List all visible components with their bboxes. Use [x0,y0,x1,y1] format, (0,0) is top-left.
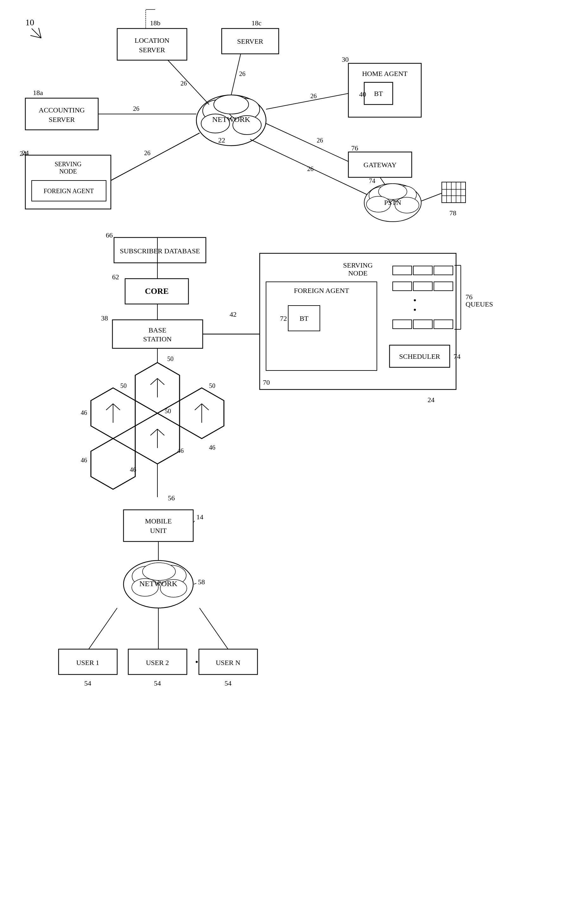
ref-18c: 18c [251,19,262,27]
ref-40: 40 [359,90,366,98]
gateway-label: GATEWAY [364,161,396,169]
ref-74-pstn: 74 [369,177,375,184]
ref-46-2: 46 [81,457,87,464]
queues-label2: QUEUES [465,300,493,308]
ref-26-5: 26 [144,150,150,157]
ref-18a: 18a [33,89,43,97]
home-agent-label: HOME AGENT [362,70,407,78]
svg-rect-61 [413,320,432,329]
svg-line-73 [106,404,113,410]
svg-line-81 [195,404,202,410]
svg-line-33 [168,60,209,104]
ref-46-5: 46 [209,444,215,451]
svg-rect-59 [434,282,453,291]
svg-rect-56 [434,266,453,275]
ref-54-3: 54 [224,679,231,687]
accounting-server-label2: SERVER [49,116,75,124]
svg-line-78 [157,429,164,436]
svg-rect-9 [117,28,187,60]
svg-rect-44 [112,320,203,348]
svg-rect-52 [266,282,377,371]
svg-line-95 [194,583,196,584]
ref-54-1: 54 [84,679,91,687]
svg-line-96 [89,608,117,649]
serving-node-right-label2: NODE [348,269,367,277]
usern-label: USER N [216,658,240,667]
queues-dots: • [413,295,416,305]
user1-label: USER 1 [76,658,99,667]
ref-46-1: 46 [81,409,87,416]
ref-50-4: 50 [209,382,215,389]
mobile-unit-label2: UNIT [150,526,167,535]
foreign-agent-right-label: FOREIGN AGENT [294,287,349,294]
svg-line-40 [380,177,385,184]
queues-dots2: • [413,305,416,315]
ref-70-right: 70 [263,378,270,386]
ref-50-2: 50 [120,382,127,389]
bt-home-label: BT [374,90,383,97]
ref-26-6: 26 [317,137,323,144]
svg-rect-54 [393,266,412,275]
svg-point-6 [214,95,249,114]
serving-node-top-label: SERVING [54,160,81,168]
base-station-label2: STATION [143,335,172,343]
svg-line-41 [421,193,442,201]
ref-18b: 18b [150,19,160,27]
svg-line-70 [157,378,164,385]
svg-line-98 [200,608,228,649]
ref-24-right: 24 [427,396,434,404]
svg-rect-86 [124,510,193,541]
svg-rect-13 [25,98,98,130]
ref-50-3: 50 [165,408,171,414]
server-label: SERVER [237,37,264,45]
svg-line-82 [202,404,209,410]
serving-node-right-label: SERVING [343,261,373,269]
ref-58: 58 [198,578,205,586]
subscriber-db-label: SUBSCRIBER DATABASE [120,247,200,255]
bt-right-label: BT [300,314,309,322]
svg-point-92 [142,563,175,581]
svg-rect-58 [413,282,432,291]
svg-line-77 [150,429,157,436]
ref-50-1: 50 [167,355,173,362]
svg-rect-26 [442,182,465,203]
ref-72: 72 [280,314,287,322]
location-server-label2: SERVER [139,46,165,54]
scheduler-label: SCHEDULER [399,352,440,360]
foreign-agent-top-label: FOREIGN AGENT [44,188,94,195]
ref-76: 76 [351,144,358,152]
svg-line-69 [150,378,157,385]
svg-rect-25 [440,180,465,206]
svg-marker-83 [91,439,135,489]
ref-26-1: 26 [180,80,187,87]
svg-rect-55 [413,266,432,275]
ref-26-3: 26 [133,105,139,112]
diagram-svg: 10 NETWORK 22 LOCATION SERVER 18b SERVER… [0,0,584,924]
ref-24-topleft: 24 [20,150,26,157]
fig-number: 10 [25,17,34,27]
ref-42: 42 [229,310,237,318]
ref-56: 56 [168,494,175,502]
ref-26-7: 26 [307,165,313,172]
core-label: CORE [145,287,168,296]
ref-66: 66 [106,231,113,239]
ref-74-sched: 74 [454,352,460,360]
ref-62: 62 [112,273,119,281]
ref-30: 30 [342,55,349,63]
ref-22: 22 [218,136,225,144]
svg-line-102 [111,133,200,180]
network-label-bottom: NETWORK [139,579,178,588]
pstn-label: PSTN [384,198,401,206]
ref-14: 14 [196,513,203,521]
ref-26-4: 26 [310,92,317,99]
mobile-unit-label: MOBILE [145,517,172,525]
queues-label: 76 [465,293,472,301]
svg-rect-60 [393,320,412,329]
user2-label: USER 2 [146,658,169,667]
base-station-label: BASE [148,326,166,334]
svg-line-36 [266,93,348,109]
accounting-server-label: ACCOUNTING [39,106,85,114]
svg-rect-62 [434,320,453,329]
ref-26-2: 26 [239,70,246,77]
ref-46-3: 46 [130,466,136,473]
